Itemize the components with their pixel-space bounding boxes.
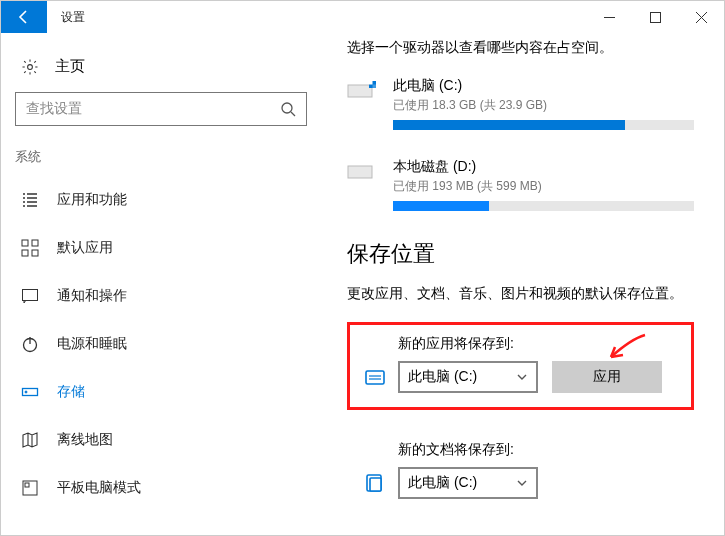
chevron-down-icon xyxy=(516,371,528,383)
nav-label: 存储 xyxy=(57,383,85,401)
dropdown-value: 此电脑 (C:) xyxy=(408,474,477,492)
sidebar: 主页 查找设置 系统 应用和功能 默认应用 通知和操作 电源和睡眠 xyxy=(1,33,321,535)
section-desc: 更改应用、文档、音乐、图片和视频的默认保存位置。 xyxy=(347,283,694,304)
svg-rect-9 xyxy=(23,290,38,301)
tablet-icon xyxy=(21,479,39,497)
drive-name: 此电脑 (C:) xyxy=(393,77,694,95)
document-icon xyxy=(364,472,386,494)
window-title: 设置 xyxy=(61,9,85,26)
dropdown-value: 此电脑 (C:) xyxy=(408,368,477,386)
svg-rect-5 xyxy=(22,240,28,246)
svg-rect-18 xyxy=(369,81,373,85)
nav-power[interactable]: 电源和睡眠 xyxy=(1,320,321,368)
chevron-down-icon xyxy=(516,477,528,489)
nav-apps[interactable]: 应用和功能 xyxy=(1,176,321,224)
row-label: 新的文档将保存到: xyxy=(398,441,671,459)
search-icon xyxy=(280,101,296,117)
drive-icon xyxy=(347,79,377,101)
intro-text: 选择一个驱动器以查看哪些内容在占空间。 xyxy=(347,39,694,57)
message-icon xyxy=(21,287,39,305)
save-apps-dropdown[interactable]: 此电脑 (C:) xyxy=(398,361,538,393)
content-pane: 选择一个驱动器以查看哪些内容在占空间。 此电脑 (C:) 已使用 18.3 GB… xyxy=(321,33,724,535)
drive-usage: 已使用 193 MB (共 599 MB) xyxy=(393,178,694,195)
home-link[interactable]: 主页 xyxy=(1,51,321,92)
nav-notifications[interactable]: 通知和操作 xyxy=(1,272,321,320)
nav-list: 应用和功能 默认应用 通知和操作 电源和睡眠 存储 离线地图 xyxy=(1,176,321,512)
svg-point-13 xyxy=(25,391,27,393)
save-docs-dropdown[interactable]: 此电脑 (C:) xyxy=(398,467,538,499)
svg-rect-25 xyxy=(370,478,381,491)
minimize-button[interactable] xyxy=(586,1,632,33)
gear-icon xyxy=(21,58,39,76)
titlebar: 设置 xyxy=(1,1,724,33)
svg-rect-6 xyxy=(32,240,38,246)
nav-tablet[interactable]: 平板电脑模式 xyxy=(1,464,321,512)
svg-rect-16 xyxy=(348,85,372,97)
search-input[interactable]: 查找设置 xyxy=(15,92,307,126)
nav-label: 默认应用 xyxy=(57,239,113,257)
drive-d[interactable]: 本地磁盘 (D:) 已使用 193 MB (共 599 MB) xyxy=(347,158,694,211)
nav-label: 通知和操作 xyxy=(57,287,127,305)
svg-rect-7 xyxy=(22,250,28,256)
drive-bar xyxy=(393,120,694,130)
maximize-button[interactable] xyxy=(632,1,678,33)
svg-rect-15 xyxy=(25,483,29,487)
svg-rect-1 xyxy=(650,12,660,22)
power-icon xyxy=(21,335,39,353)
drive-name: 本地磁盘 (D:) xyxy=(393,158,694,176)
nav-label: 应用和功能 xyxy=(57,191,127,209)
nav-label: 电源和睡眠 xyxy=(57,335,127,353)
nav-default-apps[interactable]: 默认应用 xyxy=(1,224,321,272)
svg-rect-20 xyxy=(348,166,372,178)
list-icon xyxy=(21,191,39,209)
storage-icon xyxy=(21,383,39,401)
map-icon xyxy=(21,431,39,449)
home-label: 主页 xyxy=(55,57,85,76)
close-button[interactable] xyxy=(678,1,724,33)
drive-usage: 已使用 18.3 GB (共 23.9 GB) xyxy=(393,97,694,114)
app-icon xyxy=(364,366,386,388)
drive-c[interactable]: 此电脑 (C:) 已使用 18.3 GB (共 23.9 GB) xyxy=(347,77,694,130)
svg-rect-8 xyxy=(32,250,38,256)
group-label: 系统 xyxy=(1,148,321,176)
drive-bar xyxy=(393,201,694,211)
search-placeholder: 查找设置 xyxy=(26,100,280,118)
annotation-arrow xyxy=(603,333,647,367)
save-apps-box: 新的应用将保存到: 此电脑 (C:) 应用 xyxy=(347,322,694,410)
nav-storage[interactable]: 存储 xyxy=(1,368,321,416)
grid-icon xyxy=(21,239,39,257)
svg-rect-21 xyxy=(366,371,384,384)
section-title: 保存位置 xyxy=(347,239,694,269)
svg-point-2 xyxy=(28,64,33,69)
save-docs-box: 新的文档将保存到: 此电脑 (C:) xyxy=(347,428,694,516)
svg-rect-19 xyxy=(373,85,377,89)
drive-icon xyxy=(347,160,377,182)
nav-label: 离线地图 xyxy=(57,431,113,449)
nav-maps[interactable]: 离线地图 xyxy=(1,416,321,464)
svg-line-4 xyxy=(291,112,295,116)
back-button[interactable] xyxy=(1,1,47,33)
svg-point-3 xyxy=(282,103,292,113)
nav-label: 平板电脑模式 xyxy=(57,479,141,497)
